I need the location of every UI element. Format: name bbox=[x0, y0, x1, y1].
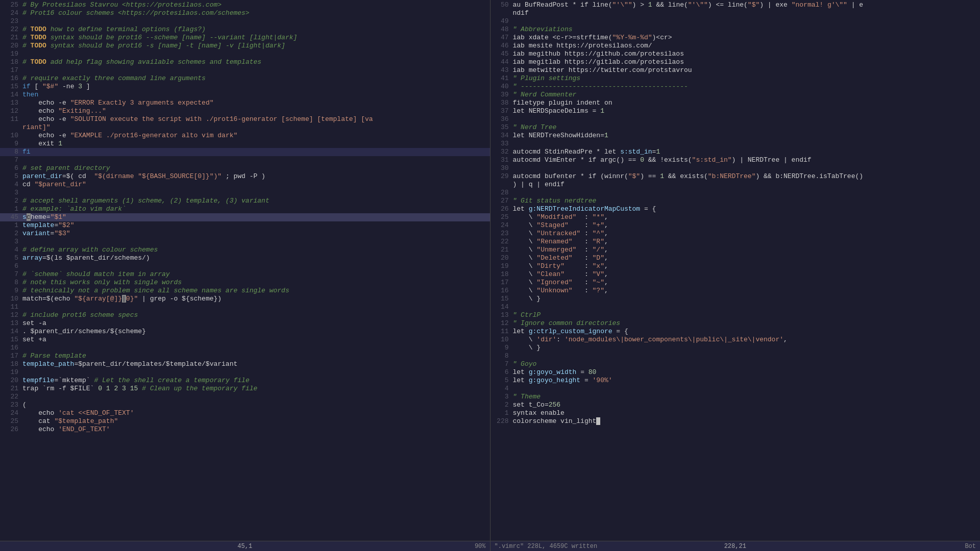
table-row: 15 set +a bbox=[0, 336, 490, 344]
table-row: 2 set t_Co=256 bbox=[491, 401, 981, 409]
table-row: 23 bbox=[0, 17, 490, 26]
table-row: 20 \ "Deleted" : "D", bbox=[491, 254, 981, 262]
table-row: 45 iab megithub https://github.com/prote… bbox=[491, 50, 981, 58]
table-row: 12 # include prot16 scheme specs bbox=[0, 311, 490, 319]
table-row: 30 bbox=[491, 164, 981, 172]
table-row: 25 cat "$template_path" bbox=[0, 417, 490, 425]
table-row: 21 \ "Unmerged" : "/", bbox=[491, 246, 981, 254]
table-row: 19 bbox=[0, 50, 490, 58]
table-row: 11 bbox=[0, 303, 490, 311]
left-pane: 25 # By Protesilaos Stavrou <https://pro… bbox=[0, 0, 491, 551]
table-row: 44 iab megitlab https://gitlab.com/prote… bbox=[491, 58, 981, 66]
table-row: 6 let g:goyo_width = 80 bbox=[491, 368, 981, 377]
left-code-area[interactable]: 25 # By Protesilaos Stavrou <https://pro… bbox=[0, 0, 490, 541]
left-statusbar: 45,1 90% bbox=[0, 541, 490, 551]
table-row: 12 echo "Exiting..." bbox=[0, 107, 490, 115]
table-row: 43 iab metwitter https://twitter.com/pro… bbox=[491, 66, 981, 74]
table-row: 22 # TODO how to define terminal options… bbox=[0, 26, 490, 34]
editor-container: 25 # By Protesilaos Stavrou <https://pro… bbox=[0, 0, 980, 551]
table-row: 5 parent_dir=$( cd "$(dirname "${BASH_SO… bbox=[0, 172, 490, 181]
table-row: 16 # require exactly three command line … bbox=[0, 74, 490, 83]
table-row: 18 template_path=$parent_dir/templates/$… bbox=[0, 360, 490, 368]
table-row: 35 " Nerd Tree bbox=[491, 123, 981, 132]
table-row: 7 " Goyo bbox=[491, 360, 981, 368]
table-row: 228 colorscheme vin_light bbox=[491, 417, 981, 425]
table-row: 18 \ "Clean" : "V", bbox=[491, 270, 981, 279]
table-row: 24 # Prot16 colour schemes <https://prot… bbox=[0, 9, 490, 17]
table-row: 22 bbox=[0, 393, 490, 401]
table-row: 17 bbox=[0, 66, 490, 74]
table-row: 15 \ } bbox=[491, 295, 981, 303]
table-row: 49 bbox=[491, 17, 981, 26]
table-row: 10 match=$(echo "${array[@]}|0}" | grep … bbox=[0, 295, 490, 303]
table-row: 20 tempfile=`mktemp` # Let the shell cre… bbox=[0, 377, 490, 385]
table-row: 10 \ 'dir': 'node_modules\|bower_compone… bbox=[491, 336, 981, 344]
table-row: 37 let NERDSpaceDelims = 1 bbox=[491, 107, 981, 115]
table-row: 21 # TODO syntax should be prot16 --sche… bbox=[0, 34, 490, 42]
table-row: 17 \ "Ignored" : "~", bbox=[491, 279, 981, 287]
table-row: 23 \ "Untracked" : "^", bbox=[491, 230, 981, 238]
table-row: 15 if [ "$#" -ne 3 ] bbox=[0, 83, 490, 91]
table-row: 10 echo -e "EXAMPLE ./prot16-generator a… bbox=[0, 132, 490, 140]
table-row: 18 # TODO add help flag showing availabl… bbox=[0, 58, 490, 66]
table-row: 7 bbox=[0, 156, 490, 164]
table-row: 1 # example: `alto vim dark` bbox=[0, 205, 490, 213]
table-row: 19 bbox=[0, 368, 490, 377]
table-row: 41 " Plugin settings bbox=[491, 74, 981, 83]
table-row: 2 # accept shell arguments (1) scheme, (… bbox=[0, 197, 490, 205]
table-row: 16 \ "Unknown" : "?", bbox=[491, 287, 981, 295]
table-row: 11 echo -e "SOLUTION execute the script … bbox=[0, 115, 490, 123]
table-row: 46 iab mesite https://protesilaos.com/ bbox=[491, 42, 981, 50]
table-row: 25 \ "Modified" : "*", bbox=[491, 213, 981, 221]
table-row: 16 bbox=[0, 344, 490, 352]
right-status-filename: ".vimrc" 228L, 4659C written bbox=[491, 543, 714, 550]
table-row: 14 bbox=[491, 303, 981, 311]
table-row: 24 \ "Staged" : "+", bbox=[491, 221, 981, 230]
table-row: 36 bbox=[491, 115, 981, 123]
table-row: 7 # `scheme` should match item in array bbox=[0, 270, 490, 279]
table-row: 6 bbox=[0, 262, 490, 270]
table-row: 8 # note this works only with single wor… bbox=[0, 279, 490, 287]
table-row: 4 cd "$parent_dir" bbox=[0, 181, 490, 189]
table-row: 5 array=$(ls $parent_dir/schemes/) bbox=[0, 254, 490, 262]
table-row: 3 bbox=[0, 238, 490, 246]
table-row: riant]" bbox=[0, 123, 490, 132]
table-row: 8 bbox=[491, 352, 981, 360]
table-row: 28 bbox=[491, 189, 981, 197]
table-row: 1 template="$2" bbox=[0, 221, 490, 230]
table-row: ) | q | endif bbox=[491, 181, 981, 189]
table-row: 13 echo -e "ERROR Exactly 3 arguments ex… bbox=[0, 99, 490, 107]
right-pane: 50 au BufReadPost * if line("'\"") > 1 &… bbox=[491, 0, 981, 551]
table-row: 9 # technically not a problem since all … bbox=[0, 287, 490, 295]
table-row: 13 set -a bbox=[0, 319, 490, 328]
table-row: 29 autocmd bufenter * if (winnr("$") == … bbox=[491, 172, 981, 181]
table-row: 6 # set parent directory bbox=[0, 164, 490, 172]
table-row: 26 let g:NERDTreeIndicatorMapCustom = { bbox=[491, 205, 981, 213]
table-row: 34 let NERDTreeShowHidden=1 bbox=[491, 132, 981, 140]
table-row: 3 bbox=[0, 189, 490, 197]
table-row: 19 \ "Dirty" : "x", bbox=[491, 262, 981, 270]
table-row: 24 echo 'cat <<END_OF_TEXT' bbox=[0, 409, 490, 417]
table-row: 3 " Theme bbox=[491, 393, 981, 401]
table-row: 45 scheme="$1" bbox=[0, 213, 490, 221]
table-row: 40 " -----------------------------------… bbox=[491, 83, 981, 91]
table-row: 14 . $parent_dir/schemes/${scheme} bbox=[0, 328, 490, 336]
right-status-bot: Bot bbox=[756, 543, 980, 550]
table-row: 39 " Nerd Commenter bbox=[491, 91, 981, 99]
table-row: 26 echo 'END_OF_TEXT' bbox=[0, 425, 490, 434]
table-row: 4 # define array with colour schemes bbox=[0, 246, 490, 254]
table-row: 17 # Parse template bbox=[0, 352, 490, 360]
table-row: 32 autocmd StdinReadPre * let s:std_in=1 bbox=[491, 148, 981, 156]
table-row: ndif bbox=[491, 9, 981, 17]
table-row: 9 exit 1 bbox=[0, 140, 490, 148]
right-statusbar: ".vimrc" 228L, 4659C written 228,21 Bot bbox=[491, 541, 981, 551]
table-row: 5 let g:goyo_height = '90%' bbox=[491, 377, 981, 385]
table-row: 23 ( bbox=[0, 401, 490, 409]
table-row: 47 iab xdate <c-r>=strftime("%Y-%m-%d")<… bbox=[491, 34, 981, 42]
table-row: 21 trap `rm -f $FILE` 0 1 2 3 15 # Clean… bbox=[0, 385, 490, 393]
right-code-area[interactable]: 50 au BufReadPost * if line("'\"") > 1 &… bbox=[491, 0, 981, 541]
table-row: 12 " Ignore common directories bbox=[491, 319, 981, 328]
table-row: 31 autocmd VimEnter * if argc() == 0 && … bbox=[491, 156, 981, 164]
left-status-position: 45,1 bbox=[227, 543, 262, 550]
table-row: 48 " Abbreviations bbox=[491, 26, 981, 34]
